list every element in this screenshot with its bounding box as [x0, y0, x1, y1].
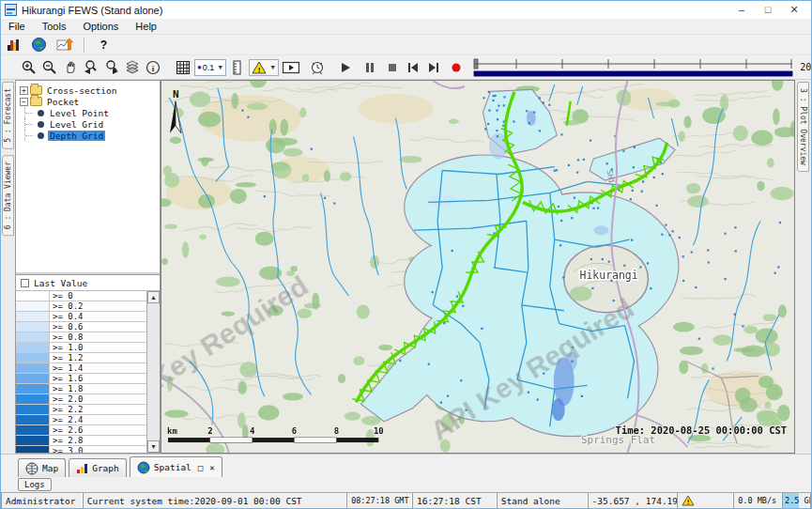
svg-text:!: !: [686, 499, 690, 506]
legend-entry: >= 1.4: [16, 363, 146, 374]
vertical-scale-icon[interactable]: [228, 57, 247, 77]
window-title: Hikurangi FEWS (Stand alone): [22, 5, 162, 16]
help-button[interactable]: ?: [94, 35, 114, 54]
tab-graph[interactable]: Graph: [69, 458, 127, 477]
collapse-minus-icon[interactable]: −: [20, 98, 28, 106]
color-swatch: [16, 332, 50, 342]
status-warning-cell[interactable]: !: [678, 493, 734, 508]
stop-button[interactable]: [385, 57, 400, 77]
pan-hand-icon[interactable]: [61, 57, 80, 77]
globe-grid-icon: [25, 462, 38, 475]
skip-to-end-button[interactable]: [426, 57, 441, 77]
right-tab-strip: 3 : Plot Overview: [795, 80, 811, 454]
last-value-checkbox[interactable]: [21, 279, 29, 287]
tree-item-label[interactable]: Cross-section: [45, 85, 118, 96]
maximize-button[interactable]: □: [755, 2, 781, 18]
play-button[interactable]: [338, 57, 353, 77]
scroll-down-icon[interactable]: ▼: [147, 440, 160, 453]
status-gmt-time: 08:27:18 GMT: [347, 493, 413, 508]
tab-restore-icon[interactable]: □: [198, 463, 203, 472]
tab-plot-overview[interactable]: 3 : Plot Overview: [797, 82, 809, 172]
svg-text:!: !: [258, 65, 261, 73]
zoom-in-icon[interactable]: [20, 57, 38, 77]
color-swatch: [16, 353, 50, 362]
classification-dot-icon: ●: [197, 63, 202, 71]
table-grid-icon[interactable]: [174, 57, 192, 77]
timer-clock-icon[interactable]: [308, 57, 327, 77]
menu-options[interactable]: Options: [81, 20, 120, 33]
status-local-time: 16:27:18 CST: [413, 493, 498, 508]
logs-button[interactable]: Logs: [18, 478, 52, 491]
tree-item-label-selected[interactable]: Depth Grid: [48, 131, 105, 141]
folder-icon: [30, 97, 42, 106]
svg-text:2: 2: [207, 426, 212, 436]
legend-entry: >= 1.2: [16, 353, 146, 363]
chevron-down-icon: ▼: [217, 64, 223, 70]
legend-entry: >= 2.4: [16, 415, 146, 425]
tree-connector: [24, 130, 36, 141]
minimize-button[interactable]: –: [728, 2, 755, 18]
tree-item-depth-grid[interactable]: Depth Grid: [20, 130, 160, 141]
logs-row: Logs: [1, 477, 811, 492]
legend-entry: >= 3.0: [16, 446, 146, 453]
tree-item-level-point[interactable]: Level Point: [20, 107, 160, 118]
legend-entry: >= 2.8: [16, 436, 146, 446]
status-bar: Administrator Current system time:2020-0…: [1, 492, 811, 508]
skip-to-start-button[interactable]: [406, 57, 421, 77]
record-button[interactable]: [449, 57, 464, 77]
animation-icon[interactable]: [281, 57, 300, 77]
tab-data-viewer[interactable]: 6 : Data Viewer: [2, 155, 14, 236]
color-swatch: [16, 394, 50, 404]
layers-icon[interactable]: [123, 57, 142, 77]
legend-entry: >= 2.6: [16, 425, 146, 436]
legend-header: Last Value: [16, 275, 160, 291]
svg-text:10: 10: [374, 426, 384, 436]
classification-dropdown[interactable]: ● 0.1 ▼: [194, 59, 226, 76]
legend-entry: >= 1.0: [16, 343, 146, 353]
map-toolbar: i ● 0.1 ▼ ! ▼: [1, 54, 811, 80]
menu-tools[interactable]: Tools: [40, 20, 69, 33]
map-display-icon[interactable]: [29, 35, 49, 54]
color-swatch: [16, 301, 50, 311]
time-slider[interactable]: [473, 57, 794, 78]
legend-entry: >= 1.6: [16, 374, 146, 384]
zoom-next-icon[interactable]: [102, 57, 121, 77]
tab-map[interactable]: Map: [18, 458, 66, 477]
timeseries-display-icon[interactable]: [54, 35, 74, 54]
expand-plus-icon[interactable]: +: [20, 86, 28, 95]
filters-tree: + Cross-section − Pocket Level Point: [16, 81, 160, 274]
tab-forecast[interactable]: 5 : Forecast: [2, 82, 14, 149]
tree-item-label[interactable]: Level Point: [48, 108, 111, 118]
menu-help[interactable]: Help: [133, 20, 159, 33]
color-swatch: [16, 343, 50, 352]
spatial-map[interactable]: API Key Required API Key Required Hikura…: [161, 81, 794, 453]
zoom-out-icon[interactable]: [40, 57, 59, 77]
scroll-up-icon[interactable]: ▲: [147, 291, 160, 303]
color-swatch: [16, 425, 50, 435]
svg-text:i: i: [152, 64, 155, 73]
tree-item-label[interactable]: Level Grid: [48, 119, 105, 130]
chevron-down-icon: ▼: [269, 64, 276, 70]
legend-title: Last Value: [34, 278, 87, 288]
tree-item-level-grid[interactable]: Level Grid: [20, 118, 160, 130]
thresholds-dropdown[interactable]: ! ▼: [249, 59, 279, 76]
info-icon[interactable]: i: [144, 57, 162, 77]
close-button[interactable]: ✕: [781, 2, 807, 18]
bottom-tab-bar: Map Graph Spatial □ ✕: [1, 454, 811, 477]
tree-item-label[interactable]: Pocket: [45, 97, 81, 107]
title-bar: Hikurangi FEWS (Stand alone) – □ ✕: [1, 1, 811, 19]
legend-scrollbar[interactable]: ▲ ▼: [146, 291, 160, 453]
app-logo-icon: [5, 4, 17, 16]
pause-button[interactable]: [362, 57, 377, 77]
node-bullet-icon: [38, 121, 44, 128]
classification-value: 0.1: [203, 63, 215, 72]
tree-item-cross-section[interactable]: + Cross-section: [20, 85, 160, 96]
map-viewport[interactable]: API Key Required API Key Required Hikura…: [161, 80, 795, 454]
zoom-previous-icon[interactable]: [82, 57, 100, 77]
menu-file[interactable]: File: [7, 20, 27, 33]
tab-close-icon[interactable]: ✕: [209, 463, 214, 472]
tab-spatial[interactable]: Spatial □ ✕: [130, 456, 222, 477]
color-swatch: [16, 446, 50, 453]
tree-item-pocket[interactable]: − Pocket: [20, 96, 160, 107]
grid-display-icon[interactable]: [4, 35, 23, 54]
